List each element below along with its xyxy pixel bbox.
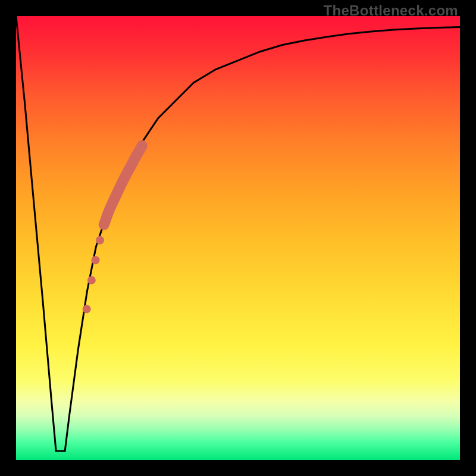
highlight-dot [92, 256, 100, 264]
highlight-band [104, 146, 142, 225]
bottleneck-curve [16, 16, 460, 451]
curve-layer [16, 16, 460, 460]
highlight-dot [87, 276, 96, 284]
highlight-dot [96, 236, 104, 245]
plot-area [16, 16, 460, 460]
highlight-dot [83, 305, 91, 313]
chart-frame: TheBottleneck.com [0, 0, 476, 476]
attribution-label: TheBottleneck.com [324, 2, 458, 19]
